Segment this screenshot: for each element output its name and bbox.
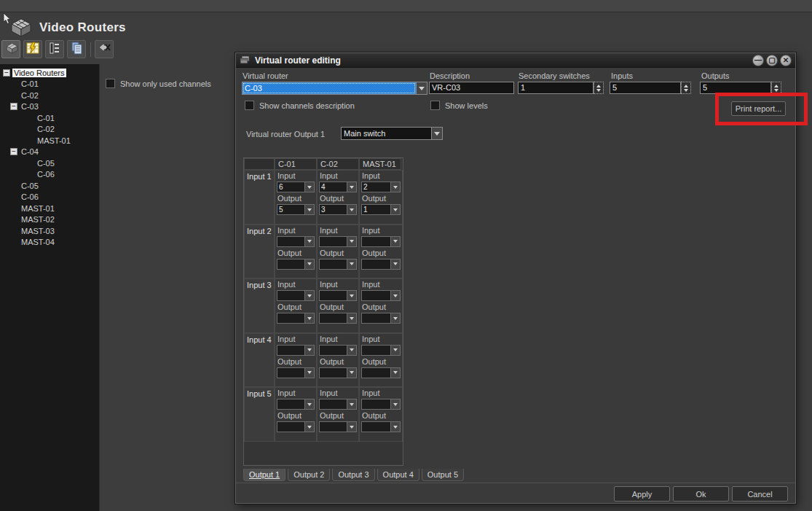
tab-output-1[interactable]: Output 1 <box>243 469 285 481</box>
tab-output-3[interactable]: Output 3 <box>332 469 374 481</box>
checkbox-icon[interactable] <box>245 101 254 110</box>
collapse-icon[interactable]: − <box>3 69 10 77</box>
input-select[interactable] <box>361 345 401 356</box>
dropdown-arrow-icon[interactable] <box>347 367 357 378</box>
output-select[interactable] <box>319 313 357 324</box>
input-select[interactable] <box>361 290 401 301</box>
collapse-icon[interactable]: − <box>10 148 17 155</box>
dropdown-arrow-icon[interactable] <box>347 313 357 324</box>
dropdown-arrow-icon[interactable] <box>347 399 357 410</box>
dropdown-arrow-icon[interactable] <box>305 236 315 247</box>
secondary-switches-value[interactable]: 1 <box>518 82 594 94</box>
tree-item-c-06[interactable]: C-06 <box>0 169 99 181</box>
tree-item-mast-04[interactable]: MAST-04 <box>0 237 99 249</box>
dropdown-arrow-icon[interactable] <box>391 182 401 192</box>
dropdown-arrow-icon[interactable] <box>305 290 315 301</box>
input-select[interactable] <box>319 236 357 247</box>
dropdown-arrow-icon[interactable] <box>347 204 357 215</box>
output-select[interactable] <box>319 367 357 378</box>
dropdown-arrow-icon[interactable] <box>432 127 443 140</box>
input-select[interactable]: 6 <box>277 182 315 192</box>
output-select[interactable] <box>361 367 401 378</box>
dropdown-arrow-icon[interactable] <box>391 236 401 247</box>
tree-item-mast-01[interactable]: MAST-01 <box>0 203 99 214</box>
channel-list-tool-button[interactable] <box>45 40 64 58</box>
dropdown-arrow-icon[interactable] <box>347 259 357 270</box>
tree-item-c-02[interactable]: C-02 <box>0 90 99 101</box>
secondary-switches-field[interactable]: 1 <box>518 82 604 94</box>
tree-item-c-02[interactable]: C-02 <box>0 124 99 136</box>
outputs-value[interactable]: 5 <box>700 82 771 94</box>
output-select[interactable]: 5 <box>277 204 315 215</box>
tree-item-c-04[interactable]: −C-04 <box>0 147 99 158</box>
tab-output-5[interactable]: Output 5 <box>422 469 464 481</box>
output-select[interactable] <box>361 259 401 270</box>
dropdown-arrow-icon[interactable] <box>305 367 315 378</box>
tree-item-c-05[interactable]: C-05 <box>0 157 99 169</box>
dropdown-arrow-icon[interactable] <box>391 259 401 270</box>
tree-item-mast-02[interactable]: MAST-02 <box>0 214 99 226</box>
output-select[interactable]: 3 <box>319 204 357 215</box>
input-select[interactable] <box>277 399 315 410</box>
inputs-value[interactable]: 5 <box>610 82 681 94</box>
tree-root-video-routers[interactable]: − Video Routers <box>0 67 99 79</box>
show-levels-checkbox[interactable]: Show levels <box>430 101 488 110</box>
input-select[interactable] <box>319 290 357 301</box>
dropdown-arrow-icon[interactable] <box>391 421 401 432</box>
dropdown-arrow-icon[interactable] <box>391 345 401 356</box>
dropdown-arrow-icon[interactable] <box>391 313 401 324</box>
dropdown-arrow-icon[interactable] <box>305 421 315 432</box>
input-select[interactable] <box>277 345 315 356</box>
collapse-icon[interactable]: − <box>10 103 17 110</box>
ok-button[interactable]: Ok <box>673 486 729 502</box>
output-select[interactable] <box>319 421 357 432</box>
dropdown-arrow-icon[interactable] <box>347 236 357 247</box>
show-channels-description-checkbox[interactable]: Show channels description <box>245 101 355 110</box>
input-select[interactable] <box>277 236 315 247</box>
dropdown-arrow-icon[interactable] <box>305 182 315 192</box>
tree-item-c-03[interactable]: −C-03 <box>0 101 99 113</box>
show-only-used-channels-checkbox[interactable]: Show only used channels <box>106 79 211 88</box>
tab-output-2[interactable]: Output 2 <box>288 469 330 481</box>
output-select[interactable]: 1 <box>361 204 401 215</box>
dropdown-arrow-icon[interactable] <box>391 399 401 410</box>
output-select[interactable] <box>319 259 357 270</box>
tree-item-c-06[interactable]: C-06 <box>0 192 99 203</box>
dropdown-arrow-icon[interactable] <box>391 367 401 378</box>
minimize-button[interactable]: — <box>752 55 764 66</box>
apply-button[interactable]: Apply <box>614 486 670 502</box>
input-select[interactable] <box>361 236 401 247</box>
output-select[interactable] <box>361 421 401 432</box>
video-router-tool-button[interactable] <box>1 40 20 58</box>
output-select[interactable] <box>277 367 315 378</box>
input-select[interactable]: 2 <box>361 182 401 192</box>
tree-item-mast-01[interactable]: MAST-01 <box>0 135 99 147</box>
spinner-icon[interactable] <box>594 82 604 94</box>
outputs-field[interactable]: 5 <box>700 82 781 94</box>
tree-item-c-01[interactable]: C-01 <box>0 112 99 124</box>
dropdown-arrow-icon[interactable] <box>347 345 357 356</box>
input-select[interactable]: 4 <box>319 182 357 192</box>
dropdown-arrow-icon[interactable] <box>305 313 315 324</box>
cancel-button[interactable]: Cancel <box>732 486 788 502</box>
output-select[interactable] <box>277 421 315 432</box>
dropdown-arrow-icon[interactable] <box>347 290 357 301</box>
description-field[interactable]: VR-C03 <box>429 82 514 94</box>
checkbox-icon[interactable] <box>430 101 440 110</box>
input-select[interactable] <box>277 290 315 301</box>
input-select[interactable] <box>319 345 357 356</box>
close-button[interactable]: ✕ <box>780 55 792 66</box>
maximize-button[interactable]: ▢ <box>766 55 778 66</box>
virtual-router-select[interactable]: C-03 <box>242 82 427 95</box>
tree-item-mast-03[interactable]: MAST-03 <box>0 225 99 237</box>
print-report-button[interactable]: Print report... <box>731 101 786 116</box>
dialog-titlebar[interactable]: Virtual router editing —▢✕ <box>236 53 795 68</box>
tree-item-c-01[interactable]: C-01 <box>0 79 99 90</box>
dropdown-arrow-icon[interactable] <box>305 345 315 356</box>
output-select[interactable] <box>277 313 315 324</box>
dropdown-arrow-icon[interactable] <box>305 204 315 215</box>
tab-output-4[interactable]: Output 4 <box>377 469 419 481</box>
spinner-icon[interactable] <box>681 82 691 94</box>
clear-assignment-tool-button[interactable] <box>95 40 114 58</box>
matrix-switch-tool-button[interactable] <box>23 40 42 58</box>
